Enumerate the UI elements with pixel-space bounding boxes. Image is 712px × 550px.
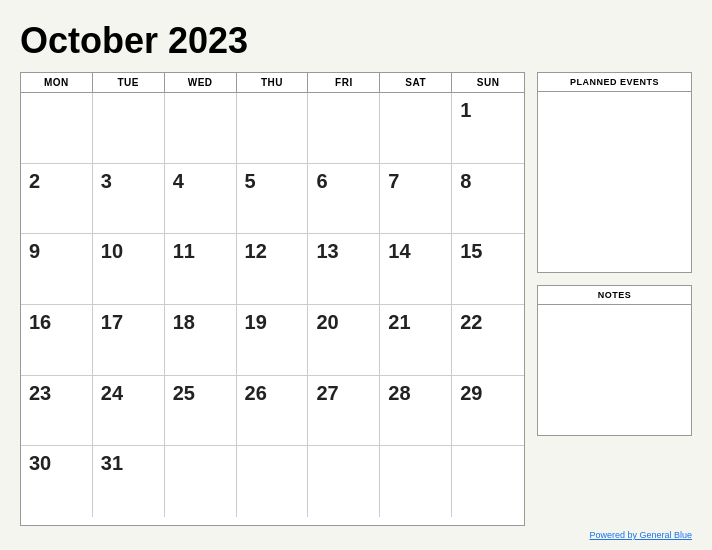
calendar-grid: 1234567891011121314151617181920212223242…	[21, 93, 524, 517]
page-title: October 2023	[20, 20, 692, 62]
day-header: TUE	[93, 73, 165, 92]
calendar-cell: 7	[380, 164, 452, 235]
calendar-cell	[93, 93, 165, 164]
calendar-cell: 27	[308, 376, 380, 447]
calendar-header: MONTUEWEDTHUFRISATSUN	[21, 73, 524, 93]
planned-events-title: PLANNED EVENTS	[538, 73, 691, 92]
calendar-cell: 28	[380, 376, 452, 447]
calendar-cell: 18	[165, 305, 237, 376]
calendar-cell: 26	[237, 376, 309, 447]
calendar-cell: 14	[380, 234, 452, 305]
day-header: MON	[21, 73, 93, 92]
calendar-cell	[308, 446, 380, 517]
main-content: MONTUEWEDTHUFRISATSUN 123456789101112131…	[20, 72, 692, 526]
calendar-cell: 2	[21, 164, 93, 235]
calendar-cell: 13	[308, 234, 380, 305]
calendar-cell: 15	[452, 234, 524, 305]
calendar-cell: 17	[93, 305, 165, 376]
calendar-cell: 16	[21, 305, 93, 376]
footer-link[interactable]: Powered by General Blue	[589, 530, 692, 540]
calendar-cell	[380, 93, 452, 164]
calendar-cell	[237, 446, 309, 517]
calendar-cell	[452, 446, 524, 517]
calendar-cell: 5	[237, 164, 309, 235]
day-header: WED	[165, 73, 237, 92]
calendar-cell: 24	[93, 376, 165, 447]
day-header: SUN	[452, 73, 524, 92]
calendar-cell	[308, 93, 380, 164]
calendar-cell: 4	[165, 164, 237, 235]
calendar-cell	[237, 93, 309, 164]
calendar-cell: 30	[21, 446, 93, 517]
footer: Powered by General Blue	[20, 530, 692, 540]
calendar-cell: 23	[21, 376, 93, 447]
calendar-cell	[165, 446, 237, 517]
sidebar: PLANNED EVENTS NOTES	[537, 72, 692, 526]
day-header: FRI	[308, 73, 380, 92]
calendar-cell: 8	[452, 164, 524, 235]
calendar-cell: 25	[165, 376, 237, 447]
calendar-cell: 3	[93, 164, 165, 235]
calendar: MONTUEWEDTHUFRISATSUN 123456789101112131…	[20, 72, 525, 526]
calendar-cell: 6	[308, 164, 380, 235]
calendar-cell: 21	[380, 305, 452, 376]
calendar-cell: 20	[308, 305, 380, 376]
notes-title: NOTES	[538, 286, 691, 305]
notes-content	[538, 305, 691, 435]
day-header: THU	[237, 73, 309, 92]
planned-events-box: PLANNED EVENTS	[537, 72, 692, 273]
calendar-cell	[380, 446, 452, 517]
calendar-cell: 29	[452, 376, 524, 447]
calendar-cell: 9	[21, 234, 93, 305]
planned-events-content	[538, 92, 691, 272]
calendar-cell	[21, 93, 93, 164]
calendar-cell: 12	[237, 234, 309, 305]
calendar-cell: 11	[165, 234, 237, 305]
calendar-cell: 1	[452, 93, 524, 164]
calendar-cell	[165, 93, 237, 164]
calendar-cell: 22	[452, 305, 524, 376]
calendar-cell: 19	[237, 305, 309, 376]
day-header: SAT	[380, 73, 452, 92]
notes-box: NOTES	[537, 285, 692, 436]
calendar-cell: 31	[93, 446, 165, 517]
calendar-cell: 10	[93, 234, 165, 305]
